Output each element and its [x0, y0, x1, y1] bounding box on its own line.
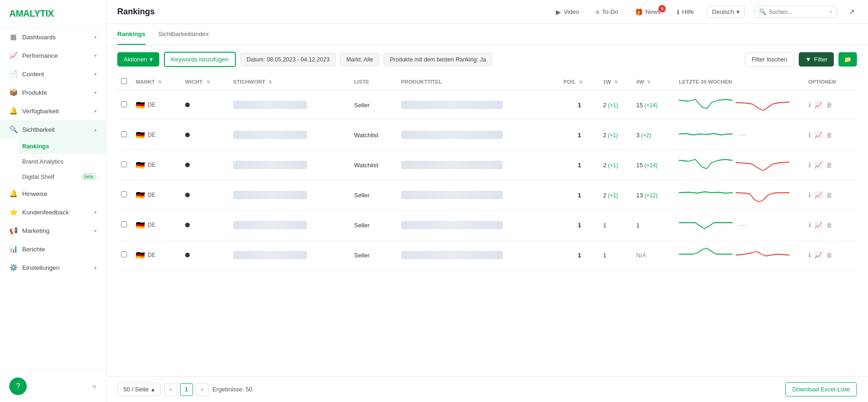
chevron-down-icon: ▾	[94, 109, 96, 114]
sidebar-item-hinweise[interactable]: 🔔 Hinweise	[0, 184, 106, 203]
video-nav-button[interactable]: ▶ Video	[552, 6, 583, 18]
market-filter-chip[interactable]: Markt: Alle	[340, 53, 379, 66]
current-page-button[interactable]: 1	[180, 383, 193, 396]
chevron-down-icon: ▾	[94, 53, 96, 58]
download-excel-button[interactable]: Download Excel-Liste	[785, 382, 857, 396]
content-icon: 📄	[9, 70, 18, 78]
sidebar-item-performance[interactable]: 📈 Performance ▾	[0, 46, 106, 65]
sidebar-item-sichtbarkeit[interactable]: 🔍 Sichtbarkeit ▴	[0, 120, 106, 139]
date-filter-chip[interactable]: Datum: 08.05.2023 - 04.12.2023	[241, 53, 336, 66]
page-navigation: ‹ 1 ›	[164, 383, 209, 396]
header-stichwort[interactable]: STICHWORT ⇅	[229, 73, 350, 90]
folder-button[interactable]: 📁	[838, 52, 857, 67]
keywords-hinzufugen-button[interactable]: Keywords hinzufügen	[164, 52, 236, 67]
sidebar-item-produkte[interactable]: 📦 Produkte ▾	[0, 83, 106, 102]
options-cell: ℹ 📈 🗑	[805, 240, 857, 270]
collapse-icon: «	[92, 382, 96, 390]
info-icon[interactable]: ℹ	[808, 161, 811, 169]
delete-icon[interactable]: 🗑	[826, 131, 832, 139]
language-selector[interactable]: Deutsch ▾	[707, 6, 745, 18]
row-checkbox-cell[interactable]	[117, 120, 132, 150]
wicht-cell	[181, 90, 229, 120]
filter-button[interactable]: ▼ Filter	[799, 52, 834, 67]
delete-icon[interactable]: 🗑	[826, 221, 832, 229]
sparkline-cell: —	[675, 210, 805, 240]
chart-icon[interactable]: 📈	[814, 101, 822, 109]
filter-clear-button[interactable]: Filter löschen	[745, 52, 794, 67]
sidebar-item-marketing[interactable]: 📢 Marketing ▾	[0, 221, 106, 240]
row-checkbox-cell[interactable]	[117, 180, 132, 210]
delete-icon[interactable]: 🗑	[826, 191, 832, 199]
row-checkbox[interactable]	[121, 251, 127, 257]
per-page-selector[interactable]: 50 / Seite ▴	[117, 383, 161, 396]
collapse-button[interactable]: «	[92, 382, 96, 390]
prev-page-button[interactable]: ‹	[164, 383, 177, 396]
header-liste: LISTE	[350, 73, 398, 90]
news-icon: 🎁	[635, 8, 643, 16]
tab-rankings[interactable]: Rankings	[117, 24, 145, 45]
chart-icon[interactable]: 📈	[814, 191, 822, 199]
row-checkbox[interactable]	[121, 191, 127, 197]
news-nav-button[interactable]: 🎁 News 5	[631, 6, 664, 18]
row-checkbox[interactable]	[121, 101, 127, 107]
delete-icon[interactable]: 🗑	[826, 101, 832, 109]
header-pos[interactable]: POS. ⇅	[560, 73, 599, 90]
sidebar-item-kundenfeedback[interactable]: ⭐ Kundenfeedback ▾	[0, 203, 106, 221]
todo-nav-button[interactable]: ≡ To-Do	[592, 6, 622, 18]
header-checkbox	[117, 73, 132, 90]
search-input[interactable]	[769, 9, 827, 15]
chart-icon[interactable]: 📈	[814, 251, 822, 259]
sidebar-item-label: Kundenfeedback	[22, 209, 69, 216]
header-markt[interactable]: MARKT ⇅	[132, 73, 181, 90]
row-checkbox-cell[interactable]	[117, 240, 132, 270]
external-link-icon[interactable]: ↗	[846, 5, 857, 18]
sidebar-item-berichte[interactable]: 📊 Berichte	[0, 240, 106, 258]
sidebar-item-verfugbarkeit[interactable]: 🔔 Verfügbarkeit ▾	[0, 102, 106, 120]
row-checkbox[interactable]	[121, 131, 127, 137]
info-icon[interactable]: ℹ	[808, 131, 811, 139]
info-icon[interactable]: ℹ	[808, 251, 811, 259]
verfugbarkeit-icon: 🔔	[9, 107, 18, 115]
produkttitel-cell	[398, 210, 560, 240]
header-1w[interactable]: 1W ⇅	[599, 73, 633, 90]
header-wicht[interactable]: WICHT. ⇅	[181, 73, 229, 90]
support-button[interactable]: ?	[9, 378, 27, 395]
row-checkbox[interactable]	[121, 221, 127, 227]
liste-cell: Seller	[350, 210, 398, 240]
pagination-left: 50 / Seite ▴ ‹ 1 › Ergebnisse: 50	[117, 383, 253, 396]
sidebar-item-content[interactable]: 📄 Content ▾	[0, 65, 106, 83]
hilfe-nav-button[interactable]: ℹ Hilfe	[673, 6, 698, 18]
header-produkttitel: PRODUKTTITEL	[398, 73, 560, 90]
sidebar-item-brand-analytics[interactable]: Brand Analytics	[22, 154, 106, 169]
select-all-checkbox[interactable]	[121, 78, 127, 84]
row-checkbox-cell[interactable]	[117, 150, 132, 180]
hinweise-icon: 🔔	[9, 189, 18, 198]
chart-icon[interactable]: 📈	[814, 161, 822, 169]
info-icon[interactable]: ℹ	[808, 221, 811, 229]
tab-sichtbarkeitsindex[interactable]: Sichtbarkeitsindex	[158, 24, 209, 45]
sidebar-item-digital-shelf[interactable]: Digital Shelf beta	[22, 169, 106, 184]
next-page-button[interactable]: ›	[196, 383, 209, 396]
chart-icon[interactable]: 📈	[814, 131, 822, 139]
row-checkbox-cell[interactable]	[117, 210, 132, 240]
row-checkbox-cell[interactable]	[117, 90, 132, 120]
info-icon[interactable]: ℹ	[808, 191, 811, 199]
sidebar-item-einstellungen[interactable]: ⚙️ Einstellungen ▾	[0, 258, 106, 277]
search-box[interactable]: 🔍 ▾	[754, 6, 837, 18]
header-4w[interactable]: 4W ⇅	[633, 73, 675, 90]
sort-icon: ⇅	[158, 79, 162, 85]
chevron-down-icon: ▾	[94, 228, 96, 233]
sidebar-item-rankings[interactable]: Rankings	[18, 139, 106, 154]
w4-cell: 15 (+14)	[633, 90, 675, 120]
delete-icon[interactable]: 🗑	[826, 161, 832, 169]
row-checkbox[interactable]	[121, 161, 127, 167]
info-icon[interactable]: ℹ	[808, 101, 811, 109]
chart-icon[interactable]: 📈	[814, 221, 822, 229]
rankings-table-wrap: MARKT ⇅ WICHT. ⇅ STICHWORT ⇅ LISTE	[106, 73, 868, 376]
delete-icon[interactable]: 🗑	[826, 251, 832, 259]
product-filter-chip[interactable]: Produkte mit dem besten Ranking: Ja	[384, 53, 492, 66]
aktionen-button[interactable]: Aktionen ▾	[117, 52, 159, 67]
header-optionen: OPTIONEN	[805, 73, 857, 90]
sidebar-item-dashboards[interactable]: ▦ Dashboards ▾	[0, 28, 106, 46]
table-header-row: MARKT ⇅ WICHT. ⇅ STICHWORT ⇅ LISTE	[117, 73, 857, 90]
